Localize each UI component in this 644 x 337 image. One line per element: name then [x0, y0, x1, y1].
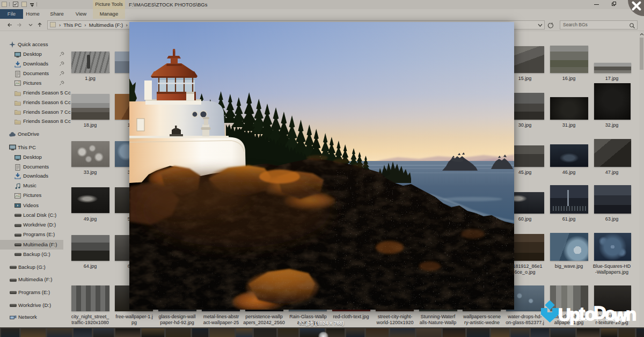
svg-text:S O F T . C O M: S O F T . C O M: [579, 317, 622, 322]
svg-text:w: w: [613, 305, 627, 325]
svg-text:n: n: [626, 304, 636, 324]
